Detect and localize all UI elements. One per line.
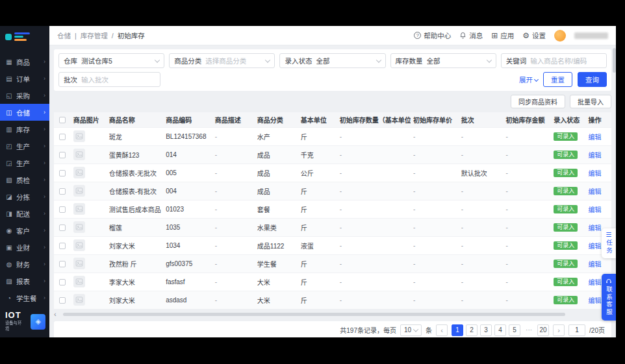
edit-link[interactable]: 编辑 — [588, 134, 601, 141]
bell-icon — [459, 32, 466, 39]
sidebar-item-13[interactable]: ◍财务› — [0, 256, 49, 273]
edit-link[interactable]: 编辑 — [588, 224, 601, 232]
stock-qty-select[interactable]: 库存数量 全部 — [390, 53, 496, 68]
prev-page-button[interactable]: ‹ — [436, 324, 448, 336]
row-checkbox[interactable] — [59, 297, 66, 304]
sidebar-item-5[interactable]: ▥库存› — [0, 121, 49, 138]
batch-import-button[interactable]: 批量导入 — [570, 95, 611, 108]
sidebar-item-2[interactable]: ▤订单› — [0, 70, 49, 87]
sidebar-item-9[interactable]: ◪分拣› — [0, 188, 49, 205]
expand-toggle[interactable]: 展开 — [519, 75, 538, 84]
vertical-scrollbar-thumb[interactable] — [613, 48, 616, 73]
customer-service-float-button[interactable]: 联系客服 — [602, 274, 616, 321]
sidebar-item-4[interactable]: ◫仓储› — [0, 104, 49, 121]
page-jump-input[interactable] — [568, 324, 585, 336]
inventory-icon: ▥ — [5, 126, 13, 133]
sidebar-item-14[interactable]: ▨报表› — [0, 273, 49, 289]
sidebar-item-8[interactable]: ▧质检› — [0, 171, 49, 188]
page-content: 仓库 测试仓库5 商品分类 选择商品分类 录入状态 全部 — [49, 45, 616, 337]
category-select[interactable]: 商品分类 选择商品分类 — [169, 53, 275, 68]
action-cell: 编辑 — [585, 127, 611, 145]
sidebar-item-7[interactable]: ◲生产› — [0, 154, 49, 171]
product-name-cell: 仓储报表-有批次 — [107, 182, 164, 200]
edit-link[interactable]: 编辑 — [588, 261, 601, 268]
initial-qty-cell: - — [337, 200, 411, 218]
product-image-cell — [71, 273, 107, 291]
page-button-5[interactable]: 5 — [509, 324, 520, 336]
product-image-placeholder — [73, 203, 85, 215]
row-checkbox[interactable] — [59, 261, 66, 267]
edit-link[interactable]: 编辑 — [588, 243, 601, 250]
row-checkbox[interactable] — [59, 152, 66, 158]
status-cell: 可录入 — [551, 127, 585, 145]
sidebar-item-10[interactable]: ◨配送› — [0, 205, 49, 222]
username-redacted — [574, 32, 608, 39]
sidebar-item-15[interactable]: ◔学生餐› — [0, 289, 49, 306]
reset-button[interactable]: 重置 — [543, 72, 572, 87]
row-checkbox[interactable] — [59, 188, 66, 195]
keyword-input[interactable] — [530, 57, 602, 65]
select-all-checkbox[interactable] — [59, 117, 66, 123]
row-checkbox[interactable] — [59, 279, 66, 285]
page-ellipsis: ··· — [523, 324, 535, 336]
product-category-cell: 成品 — [255, 182, 298, 200]
initial-price-cell: - — [411, 164, 459, 182]
row-checkbox[interactable] — [59, 206, 66, 213]
breadcrumb-root[interactable]: 仓储 — [57, 30, 71, 40]
entry-status-select[interactable]: 录入状态 全部 — [279, 53, 385, 68]
apps-button[interactable]: ⊞ 应用 — [491, 30, 514, 40]
row-select-cell — [54, 145, 71, 164]
table-row: 刘家大米1034-成品1122液蛋----可录入编辑 — [54, 236, 611, 254]
brand-logo-mark — [5, 34, 12, 40]
iot-title: IOT — [5, 311, 27, 319]
column-header: 商品编码 — [163, 112, 212, 127]
help-center-button[interactable]: ? 帮助中心 — [414, 30, 451, 40]
edit-link[interactable]: 编辑 — [588, 170, 601, 177]
edit-link[interactable]: 编辑 — [588, 279, 601, 286]
page-size-select[interactable]: 10 — [400, 324, 422, 336]
sidebar-item-6[interactable]: ◰生产› — [0, 138, 49, 154]
status-badge: 可录入 — [554, 278, 578, 286]
product-desc-cell: - — [212, 145, 255, 164]
task-float-button[interactable]: ☰ 任务 — [602, 228, 616, 258]
product-code-cell: fasfasf — [163, 273, 212, 291]
edit-link[interactable]: 编辑 — [588, 188, 601, 195]
edit-link[interactable]: 编辑 — [588, 206, 601, 213]
breadcrumb-section[interactable]: 库存管理 — [81, 30, 108, 40]
edit-link[interactable]: 编辑 — [588, 152, 601, 159]
product-image-placeholder — [73, 221, 85, 233]
product-image-cell — [71, 127, 107, 145]
page-button-1[interactable]: 1 — [452, 324, 463, 336]
batch-cell: - — [459, 218, 504, 236]
initial-price-cell: - — [411, 145, 459, 164]
settings-button[interactable]: ⚙ 设置 — [522, 30, 546, 40]
product-category-cell: 成品 — [255, 164, 298, 182]
row-checkbox[interactable] — [59, 224, 66, 231]
next-page-button[interactable]: › — [553, 324, 565, 336]
page-button-20[interactable]: 20 — [537, 324, 549, 336]
edit-link[interactable]: 编辑 — [588, 297, 601, 304]
user-avatar[interactable] — [554, 30, 566, 42]
search-button[interactable]: 查询 — [578, 72, 607, 87]
sidebar-item-1[interactable]: ▦商品› — [0, 53, 49, 70]
collapse-left-icon[interactable]: ‹ — [54, 311, 57, 318]
messages-button[interactable]: 消息 — [459, 30, 483, 40]
row-checkbox[interactable] — [59, 243, 66, 249]
page-button-2[interactable]: 2 — [466, 324, 478, 336]
product-name-cell: 仓储报表-无批次 — [107, 164, 164, 182]
product-name-cell: 榴莲 — [107, 218, 164, 236]
sidebar-item-11[interactable]: ◉客户› — [0, 222, 49, 239]
sidebar-item-3[interactable]: ◱采购› — [0, 87, 49, 104]
page-button-4[interactable]: 4 — [494, 324, 506, 336]
horizontal-scrollbar-thumb[interactable] — [63, 313, 566, 316]
row-select-cell — [54, 291, 71, 309]
row-checkbox[interactable] — [59, 170, 66, 176]
pagination-bar: 共197条记录，每页 10 条 ‹ 12345···20 › /20页 — [54, 321, 611, 337]
warehouse-select[interactable]: 仓库 测试仓库5 — [58, 53, 164, 68]
initial-price-cell: - — [411, 254, 459, 273]
row-checkbox[interactable] — [59, 134, 66, 140]
batch-input[interactable] — [81, 76, 155, 84]
sync-products-button[interactable]: 同步商品资料 — [511, 95, 565, 108]
sidebar-item-12[interactable]: ▣业财› — [0, 239, 49, 256]
page-button-3[interactable]: 3 — [480, 324, 492, 336]
